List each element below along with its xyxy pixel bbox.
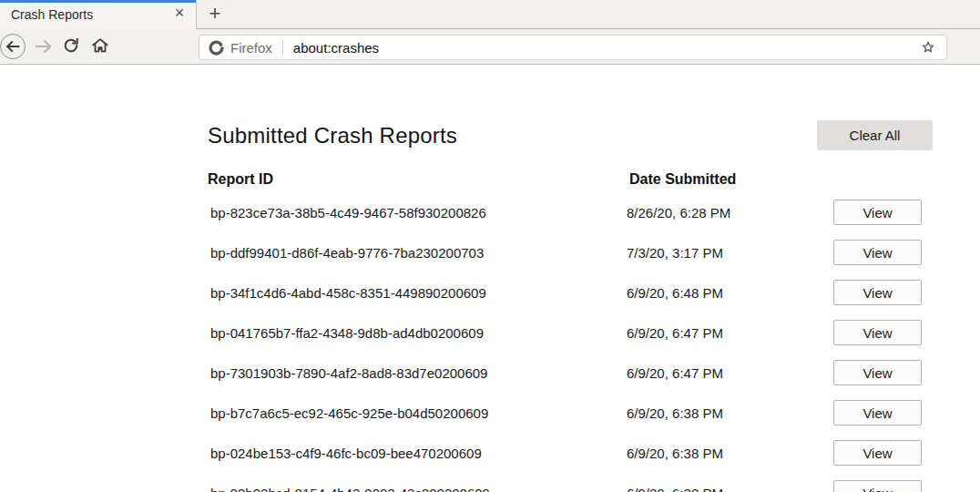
date-submitted: 6/9/20, 6:47 PM (627, 325, 833, 341)
date-submitted: 6/9/20, 6:38 PM (627, 486, 833, 492)
view-button[interactable]: View (833, 280, 922, 305)
navigation-toolbar: Firefox about:crashes (0, 29, 980, 65)
report-id: bp-041765b7-ffa2-4348-9d8b-ad4db0200609 (208, 325, 627, 341)
active-tab-accent-stripe (0, 0, 196, 3)
row-actions: View (833, 280, 930, 305)
row-actions: View (833, 320, 930, 345)
row-actions: View (833, 400, 930, 425)
view-button[interactable]: View (833, 480, 922, 492)
crash-report-list: bp-823ce73a-38b5-4c49-9467-58f930200826 … (208, 192, 933, 492)
row-actions: View (833, 200, 930, 225)
reload-button[interactable] (61, 36, 83, 57)
home-button[interactable] (90, 36, 112, 57)
column-header-date-submitted: Date Submitted (629, 171, 836, 190)
urlbar-identity-label: Firefox (230, 40, 272, 56)
date-submitted: 6/9/20, 6:48 PM (627, 285, 833, 301)
report-id: bp-823ce73a-38b5-4c49-9467-58f930200826 (208, 205, 627, 220)
view-button[interactable]: View (833, 200, 922, 225)
table-row: bp-041765b7-ffa2-4348-9d8b-ad4db0200609 … (208, 313, 933, 353)
column-header-actions (836, 171, 933, 190)
bookmark-star-button[interactable] (920, 39, 936, 56)
table-row: bp-34f1c4d6-4abd-458c-8351-449890200609 … (208, 272, 933, 313)
table-header: Report ID Date Submitted (208, 171, 933, 190)
back-arrow-icon (4, 37, 22, 56)
forward-button[interactable] (33, 36, 55, 57)
page-content: Submitted Crash Reports Clear All Report… (0, 66, 980, 492)
date-submitted: 6/9/20, 6:38 PM (627, 446, 833, 461)
tab-crash-reports[interactable]: Crash Reports × (0, 0, 197, 29)
home-icon (90, 36, 112, 56)
view-button[interactable]: View (833, 240, 922, 265)
table-row: bp-99b92bcd-8154-4b43-9003-43c200200609 … (208, 473, 933, 492)
table-row: bp-823ce73a-38b5-4c49-9467-58f930200826 … (208, 192, 933, 232)
view-button[interactable]: View (833, 440, 922, 466)
row-actions: View (833, 240, 930, 265)
report-id: bp-7301903b-7890-4af2-8ad8-83d7e0200609 (208, 365, 627, 381)
date-submitted: 6/9/20, 6:38 PM (627, 405, 833, 421)
urlbar-divider (282, 39, 283, 56)
table-row: bp-ddf99401-d86f-4eab-9776-7ba230200703 … (208, 232, 933, 272)
report-id: bp-024be153-c4f9-46fc-bc09-bee470200609 (208, 446, 627, 461)
new-tab-button[interactable]: + (202, 2, 228, 27)
report-id: bp-99b92bcd-8154-4b43-9003-43c200200609 (208, 486, 627, 492)
table-row: bp-b7c7a6c5-ec92-465c-925e-b04d50200609 … (208, 393, 933, 433)
report-id: bp-b7c7a6c5-ec92-465c-925e-b04d50200609 (208, 405, 627, 421)
table-row: bp-024be153-c4f9-46fc-bc09-bee470200609 … (208, 433, 933, 473)
tab-title: Crash Reports (11, 7, 170, 22)
view-button[interactable]: View (833, 360, 922, 385)
clear-all-button[interactable]: Clear All (817, 120, 933, 150)
reload-icon (61, 36, 83, 56)
view-button[interactable]: View (833, 320, 922, 345)
row-actions: View (833, 440, 930, 466)
column-header-report-id: Report ID (208, 171, 629, 190)
back-button[interactable] (0, 34, 26, 59)
url-bar[interactable]: Firefox about:crashes (199, 35, 947, 60)
tab-close-icon[interactable]: × (170, 5, 189, 24)
forward-arrow-icon (33, 36, 55, 57)
page-title: Submitted Crash Reports (208, 123, 457, 149)
date-submitted: 7/3/20, 3:17 PM (627, 245, 833, 261)
date-submitted: 6/9/20, 6:47 PM (627, 365, 833, 381)
view-button[interactable]: View (833, 400, 922, 425)
report-id: bp-34f1c4d6-4abd-458c-8351-449890200609 (208, 285, 627, 301)
row-actions: View (833, 480, 930, 492)
date-submitted: 8/26/20, 6:28 PM (627, 205, 833, 220)
firefox-logo-icon (209, 40, 224, 56)
report-id: bp-ddf99401-d86f-4eab-9776-7ba230200703 (208, 245, 627, 261)
row-actions: View (833, 360, 930, 385)
table-row: bp-7301903b-7890-4af2-8ad8-83d7e0200609 … (208, 353, 933, 393)
url-text[interactable]: about:crashes (293, 40, 379, 56)
tab-bar: Crash Reports × + (0, 0, 980, 29)
